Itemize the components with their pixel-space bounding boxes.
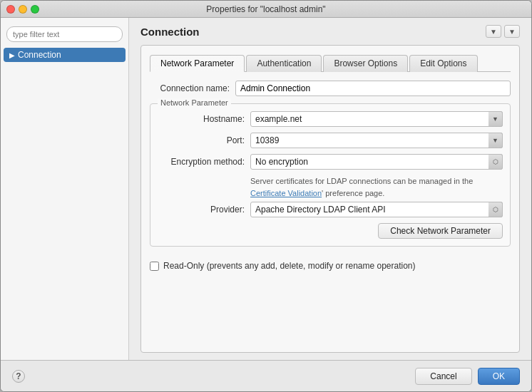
- footer-left: ?: [12, 370, 25, 383]
- footer: ? Cancel OK: [1, 360, 531, 391]
- certificate-validation-link[interactable]: Certificate Validation: [250, 189, 322, 197]
- encryption-select-wrap: No encryption ⬡: [250, 154, 503, 170]
- header-buttons: ▼ ▼: [486, 25, 520, 38]
- tabs: Network Parameter Authentication Browser…: [150, 54, 511, 72]
- main-window: Properties for "localhost admin" ▶ Conne…: [0, 0, 532, 392]
- form-area: Network Parameter Authentication Browser…: [140, 45, 520, 353]
- sort-icon: ▼: [490, 28, 497, 36]
- notice-text-1: Server certificates for LDAP connections…: [250, 177, 473, 185]
- footer-right: Cancel OK: [415, 368, 520, 385]
- readonly-row: Read-Only (prevents any add, delete, mod…: [150, 261, 511, 271]
- connection-name-input[interactable]: [235, 81, 511, 96]
- hostname-row: Hostname: example.net ▼: [158, 111, 503, 127]
- check-network-button[interactable]: Check Network Parameter: [378, 223, 503, 239]
- notice-text-2: ' preference page.: [322, 189, 384, 197]
- provider-select[interactable]: Apache Directory LDAP Client API: [250, 202, 503, 217]
- notice-area: Server certificates for LDAP connections…: [250, 175, 503, 199]
- tab-network-parameter[interactable]: Network Parameter: [150, 55, 245, 72]
- network-param-group: Network Parameter Hostname: example.net …: [150, 103, 511, 247]
- cancel-button[interactable]: Cancel: [415, 368, 471, 385]
- titlebar: Properties for "localhost admin": [1, 1, 531, 18]
- sidebar: ▶ Connection: [1, 18, 129, 360]
- tab-edit-options[interactable]: Edit Options: [409, 55, 477, 72]
- encryption-control: No encryption ⬡: [250, 154, 503, 170]
- minimize-button[interactable]: [19, 5, 27, 14]
- tab-authentication[interactable]: Authentication: [246, 55, 322, 72]
- provider-label: Provider:: [158, 205, 250, 215]
- tab-browser-options[interactable]: Browser Options: [323, 55, 408, 72]
- arrow-icon: ▶: [9, 51, 15, 59]
- readonly-checkbox[interactable]: [150, 262, 159, 271]
- hostname-control: example.net ▼: [250, 111, 503, 127]
- port-control: 10389 ▼: [250, 133, 503, 148]
- port-row: Port: 10389 ▼: [158, 133, 503, 148]
- readonly-label: Read-Only (prevents any add, delete, mod…: [163, 261, 416, 271]
- hostname-label: Hostname:: [158, 114, 250, 124]
- port-select-wrap: 10389 ▼: [250, 133, 503, 148]
- main-header: Connection ▼ ▼: [140, 25, 520, 38]
- hostname-select-wrap: example.net ▼: [250, 111, 503, 127]
- port-label: Port:: [158, 135, 250, 145]
- encryption-label: Encryption method:: [158, 157, 250, 167]
- encryption-select[interactable]: No encryption: [250, 154, 503, 170]
- window-title: Properties for "localhost admin": [206, 4, 325, 14]
- port-select[interactable]: 10389: [250, 133, 503, 148]
- encryption-row: Encryption method: No encryption ⬡: [158, 154, 503, 170]
- sort-button[interactable]: ▼: [486, 25, 501, 38]
- hostname-select[interactable]: example.net: [250, 111, 503, 127]
- ok-button[interactable]: OK: [478, 368, 520, 385]
- filter-wrap: [1, 24, 128, 48]
- main-panel: Connection ▼ ▼ Network Parameter Authent…: [129, 18, 531, 360]
- provider-control: Apache Directory LDAP Client API ⬡: [250, 202, 503, 217]
- sidebar-item-connection[interactable]: ▶ Connection: [4, 48, 126, 62]
- content-area: ▶ Connection Connection ▼ ▼: [1, 18, 531, 360]
- close-button[interactable]: [6, 5, 15, 14]
- provider-row: Provider: Apache Directory LDAP Client A…: [158, 202, 503, 217]
- maximize-button[interactable]: [31, 5, 39, 14]
- connection-name-row: Connection name:: [150, 81, 511, 96]
- menu-icon: ▼: [508, 28, 516, 36]
- connection-name-label: Connection name:: [150, 83, 235, 93]
- check-btn-row: Check Network Parameter: [158, 223, 503, 239]
- filter-input[interactable]: [6, 26, 123, 42]
- provider-select-wrap: Apache Directory LDAP Client API ⬡: [250, 202, 503, 217]
- help-button[interactable]: ?: [12, 370, 25, 383]
- traffic-lights: [6, 5, 39, 14]
- menu-button[interactable]: ▼: [504, 25, 520, 38]
- sidebar-item-label: Connection: [18, 50, 61, 60]
- panel-title: Connection: [140, 26, 200, 38]
- group-label: Network Parameter: [158, 98, 231, 107]
